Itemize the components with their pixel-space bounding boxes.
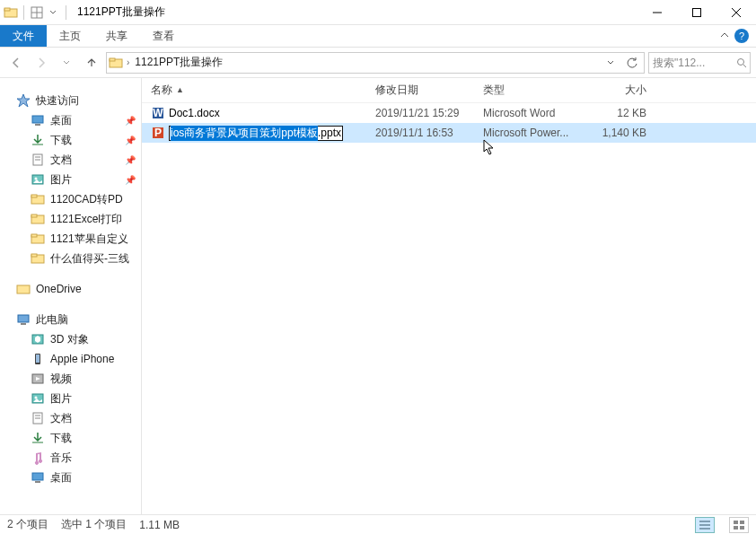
col-date[interactable]: 修改日期 [375,83,483,98]
pin-icon: 📌 [125,155,136,165]
nav-item[interactable]: 3D 对象 [0,329,141,349]
up-button[interactable] [81,52,102,74]
phone-icon [31,352,45,366]
svg-rect-55 [734,526,738,530]
svg-point-11 [738,58,744,65]
svg-text:W: W [153,107,163,119]
pictures-icon [31,391,45,406]
file-list: 名称▲ 修改日期 类型 大小 WDoc1.docx2019/11/21 15:2… [142,78,756,514]
nav-onedrive[interactable]: OneDrive [0,279,141,299]
svg-rect-32 [21,323,26,325]
ppt-icon: P [151,126,165,140]
view-large-icons-button[interactable] [729,517,749,533]
nav-item[interactable]: 图片📌 [0,170,141,189]
nav-item[interactable]: 1121Excel打印 [0,209,141,229]
nav-item[interactable]: 音乐 [0,448,141,468]
pin-icon: 📌 [125,175,136,185]
downloads-icon [31,133,45,147]
svg-rect-27 [31,234,37,237]
nav-item[interactable]: Apple iPhone [0,349,141,369]
3d-icon [31,332,45,346]
svg-rect-53 [734,521,738,524]
music-icon [31,451,45,465]
folder-icon [4,5,18,20]
forward-button[interactable] [31,52,52,74]
nav-item[interactable]: 下载📌 [0,130,141,150]
desktop-icon [31,470,45,485]
tab-view[interactable]: 查看 [140,25,187,47]
svg-rect-54 [740,521,744,524]
close-button[interactable] [716,0,756,25]
documents-icon [31,411,45,425]
chevron-down-icon[interactable] [46,5,60,20]
folder-icon [31,192,45,206]
pictures-icon [31,172,45,187]
qat-properties-icon[interactable] [30,5,44,20]
file-row[interactable]: Pios商务背景风项目策划ppt模板.pptx2019/11/1 16:53Mi… [142,123,756,143]
tab-file[interactable]: 文件 [0,25,47,47]
svg-rect-23 [31,195,37,197]
nav-quick-access[interactable]: 快速访问 [0,91,141,110]
tab-share[interactable]: 共享 [93,25,140,47]
col-name[interactable]: 名称▲ [151,83,375,98]
breadcrumb-item[interactable]: 1121PPT批量操作 [133,55,224,70]
nav-item[interactable]: 1121苹果自定义 [0,229,141,249]
word-icon: W [151,106,165,120]
tab-home[interactable]: 主页 [47,25,93,47]
svg-rect-6 [693,9,701,17]
nav-item[interactable]: 文档 [0,408,141,428]
nav-item[interactable]: 桌面 [0,468,141,487]
svg-rect-45 [35,481,40,483]
search-input[interactable] [653,57,736,69]
svg-rect-56 [740,526,744,530]
svg-rect-14 [32,116,43,123]
svg-rect-10 [110,58,115,61]
nav-item[interactable]: 1120CAD转PD [0,189,141,209]
address-bar[interactable]: › 1121PPT批量操作 [106,52,645,74]
svg-text:P: P [154,127,162,139]
nav-item[interactable]: 文档📌 [0,150,141,170]
nav-this-pc[interactable]: 此电脑 [0,310,141,329]
file-row[interactable]: WDoc1.docx2019/11/21 15:29Microsoft Word… [142,103,756,123]
cloud-icon [16,282,31,296]
view-details-button[interactable] [695,517,715,533]
refresh-button[interactable] [622,53,642,73]
svg-rect-35 [36,355,40,363]
status-selected: 选中 1 个项目 [61,517,127,532]
svg-point-39 [35,397,38,399]
folder-icon [31,251,45,266]
minimize-button[interactable] [637,0,677,25]
nav-item[interactable]: 图片 [0,389,141,408]
nav-item[interactable]: 什么值得买-三线 [0,249,141,268]
window-title: 1121PPT批量操作 [77,4,165,20]
documents-icon [31,153,45,167]
nav-item[interactable]: 下载 [0,428,141,448]
collapse-ribbon-icon[interactable] [720,31,729,39]
svg-rect-29 [31,254,37,257]
svg-rect-31 [18,315,29,322]
svg-line-12 [743,65,746,67]
maximize-button[interactable] [677,0,716,25]
star-icon [16,93,31,108]
col-size[interactable]: 大小 [584,83,646,98]
address-dropdown[interactable] [601,53,620,73]
chevron-right-icon[interactable]: › [127,57,129,67]
svg-rect-25 [31,214,37,217]
nav-item[interactable]: 视频 [0,369,141,389]
pin-icon: 📌 [125,136,136,145]
help-button[interactable]: ? [734,29,749,43]
rename-input[interactable]: ios商务背景风项目策划ppt模板.pptx [169,126,343,141]
back-button[interactable] [5,52,27,74]
recent-dropdown[interactable] [56,52,77,74]
nav-item[interactable]: 桌面📌 [0,110,141,130]
col-type[interactable]: 类型 [483,83,584,98]
desktop-icon [31,113,45,127]
svg-rect-15 [35,124,40,126]
status-count: 2 个项目 [7,517,48,532]
svg-rect-44 [32,473,43,480]
status-bar: 2 个项目 选中 1 个项目 1.11 MB [0,514,756,534]
svg-rect-30 [17,285,30,293]
search-box[interactable] [648,52,751,74]
downloads-icon [31,431,45,445]
column-headers: 名称▲ 修改日期 类型 大小 [142,78,756,103]
